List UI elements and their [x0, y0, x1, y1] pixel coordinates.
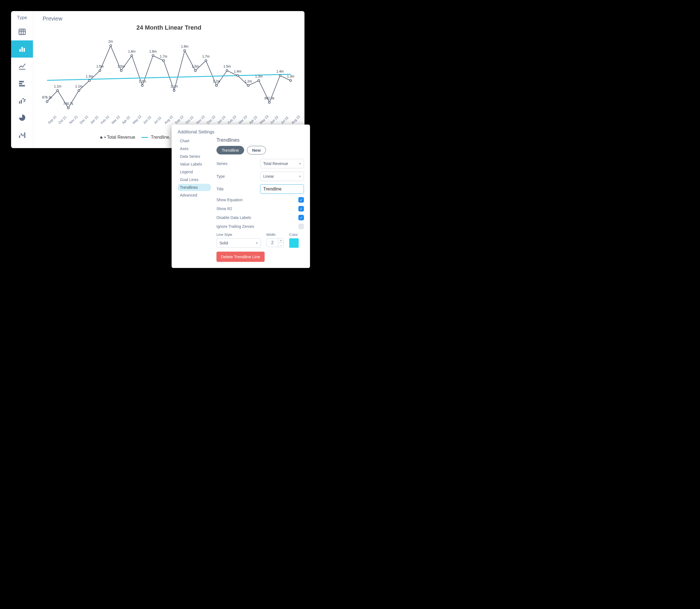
- chart-point: [120, 69, 122, 72]
- svg-point-13: [24, 99, 25, 101]
- svg-rect-8: [19, 83, 22, 84]
- chart-point: [215, 84, 218, 87]
- chart-point: [88, 80, 91, 82]
- chart-point: [152, 54, 154, 57]
- chart-point: [141, 84, 144, 87]
- chart-point: [268, 101, 271, 104]
- x-axis-tick: Jul 22: [153, 122, 156, 125]
- chart-point: [173, 89, 175, 92]
- chart-data-label: 876.3k: [42, 95, 52, 99]
- x-axis-tick: Oct 21: [57, 122, 60, 125]
- svg-rect-16: [21, 134, 22, 136]
- svg-point-12: [22, 98, 24, 99]
- svg-rect-0: [19, 29, 25, 35]
- chart-data-label: 1.3m: [255, 74, 263, 79]
- x-axis-tick: Mar 22: [111, 122, 113, 125]
- chart-point: [183, 50, 186, 52]
- additional-settings-panel: Additional Settings ChartAxesData Series…: [172, 125, 310, 159]
- new-trendline-pill[interactable]: New: [247, 146, 266, 155]
- x-axis-tick: Jan 22: [89, 122, 92, 125]
- chart-point: [205, 59, 207, 62]
- waterfall-icon: [18, 130, 26, 139]
- chart-point: [77, 89, 80, 92]
- table-icon: [18, 28, 26, 36]
- chart-point: [290, 80, 292, 82]
- chart-plot-area: 876.3k1.1m749.7k1.1m1.3m1.5m2m1.5m1.8m1.…: [41, 35, 296, 118]
- type-line-chart[interactable]: [11, 57, 33, 75]
- settings-nav-data-series[interactable]: Data Series: [178, 153, 211, 159]
- settings-nav: ChartAxesData SeriesValue LabelsLegendGo…: [178, 137, 211, 159]
- chart-data-label: 1.3m: [287, 74, 295, 79]
- trendline-pill[interactable]: Trendline: [216, 146, 244, 155]
- chart-type-sidebar: Type: [11, 11, 33, 148]
- type-pie-chart[interactable]: [11, 109, 33, 126]
- chart-point: [46, 101, 49, 103]
- x-axis-tick: Nov 21: [68, 122, 71, 125]
- chart-point: [56, 89, 59, 92]
- settings-nav-chart[interactable]: Chart: [178, 137, 211, 144]
- x-axis-tick: Dec 21: [79, 122, 82, 125]
- line-chart-icon: [18, 62, 26, 70]
- svg-rect-18: [24, 132, 25, 138]
- chart-point: [130, 54, 133, 57]
- legend-series-label: Total Revenue: [107, 135, 135, 140]
- chart-data-label: 1.5m: [223, 65, 231, 68]
- preview-label: Preview: [42, 16, 296, 22]
- chart-data-label: 1.4m: [276, 69, 284, 73]
- chart-data-label: 1.4m: [234, 69, 241, 73]
- svg-rect-6: [23, 48, 25, 52]
- settings-section-title: Trendlines: [216, 137, 304, 143]
- chart-point: [194, 69, 196, 72]
- chart-data-label: 862.3k: [264, 96, 274, 100]
- type-horizontal-bar[interactable]: [11, 75, 33, 92]
- x-axis-tick: Feb 22: [100, 122, 103, 125]
- chart-data-label: 1.5m: [192, 65, 199, 68]
- settings-panel-title: Additional Settings: [178, 129, 304, 135]
- chart-point: [99, 69, 101, 72]
- type-waterfall[interactable]: [11, 126, 33, 143]
- chart-point: [226, 69, 228, 72]
- settings-content: Trendlines Trendline New Series Total Re…: [216, 137, 304, 159]
- svg-rect-4: [19, 49, 21, 52]
- chart-data-label: 1.8m: [128, 50, 136, 53]
- svg-rect-17: [22, 135, 23, 136]
- chart-data-label: 1.2m: [139, 80, 146, 83]
- svg-rect-9: [19, 85, 24, 86]
- chart-point: [162, 59, 165, 62]
- chart-data-label: 1.5m: [96, 65, 104, 68]
- pie-chart-icon: [18, 114, 26, 122]
- chart-data-label: 1.3m: [86, 74, 93, 79]
- type-combo-chart[interactable]: [11, 92, 33, 109]
- svg-rect-11: [21, 100, 22, 104]
- chart-data-label: 1.2m: [245, 80, 252, 83]
- type-table[interactable]: [11, 23, 33, 40]
- svg-rect-5: [21, 47, 23, 52]
- chart-data-label: 2m: [108, 39, 113, 44]
- chart-title: 24 Month Linear Trend: [41, 24, 296, 31]
- bar-chart-icon: [18, 45, 26, 53]
- chart-data-label: 1.5m: [117, 65, 125, 68]
- chart-data-label: 1.1m: [75, 84, 83, 88]
- svg-point-14: [23, 101, 25, 102]
- chart-data-label: 1.2m: [213, 80, 220, 83]
- chart-data-label: 1.1m: [171, 84, 178, 88]
- x-axis-tick: May 22: [132, 122, 135, 125]
- chart-point: [237, 74, 239, 77]
- chart-point: [67, 107, 69, 109]
- chart-point: [279, 74, 281, 77]
- chart-data-label: 1.9m: [181, 45, 189, 49]
- horizontal-bar-icon: [18, 79, 26, 87]
- chart-data-label: 1.7m: [160, 54, 168, 58]
- sidebar-title: Type: [11, 11, 33, 23]
- type-bar-chart[interactable]: [11, 40, 33, 57]
- chart-data-label: 749.7k: [64, 102, 73, 106]
- chart-point: [247, 84, 249, 87]
- chart-data-label: 1.8m: [149, 50, 157, 53]
- x-axis-tick: Jun 22: [142, 122, 145, 125]
- combo-chart-icon: [18, 96, 26, 105]
- x-axis-tick: Sep 21: [47, 122, 50, 125]
- x-axis-tick: Aug 22: [163, 122, 167, 125]
- svg-rect-15: [19, 136, 20, 138]
- chart-point: [109, 45, 112, 47]
- settings-nav-axes[interactable]: Axes: [178, 145, 211, 152]
